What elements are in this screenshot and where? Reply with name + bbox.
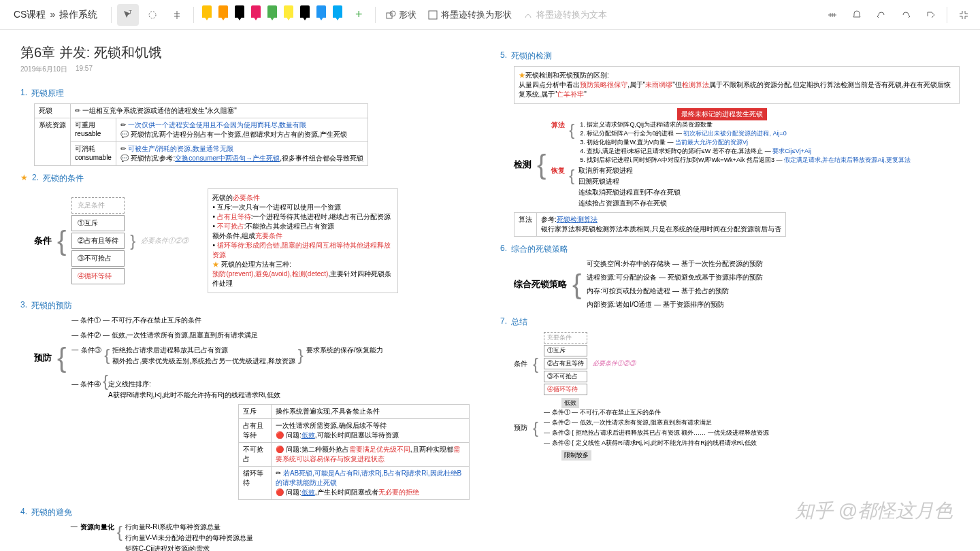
add-pen-button[interactable]: + (348, 4, 370, 26)
lasso-tool[interactable] (142, 4, 163, 26)
pen-yellow[interactable] (199, 0, 214, 20)
section-2-header: ★2.死锁的条件 (20, 173, 480, 184)
svg-point-1 (149, 12, 156, 18)
crumb-sep: » (50, 9, 55, 21)
section-1-header: 1.死锁原理 (20, 88, 480, 99)
principle-table: 死锁✏ 一组相互竞争系统资源或通信的进程发生"永久阻塞" 系统资源可重用reus… (34, 103, 368, 166)
toolbar: CS课程 » 操作系统 T + 形状 将墨迹转换为形状 将墨迹转换为文本 (0, 0, 980, 30)
pen-hl-yellow[interactable] (281, 0, 296, 20)
notification-icon[interactable] (846, 4, 868, 26)
page-time: 19:57 (76, 65, 93, 74)
crumb-b[interactable]: 操作系统 (59, 9, 97, 21)
pen-cyan[interactable] (330, 0, 345, 20)
pen-green[interactable] (265, 0, 280, 20)
share-button[interactable] (919, 4, 941, 26)
detect-algo-table: 算法参考:死锁检测算法银行家算法和死锁检测算法本质相同,只是在系统的使用时间在分… (514, 212, 786, 237)
fullscreen-exit-button[interactable] (953, 4, 975, 26)
cursor-text-tool[interactable]: T (117, 4, 139, 26)
page-content: 第6章 并发: 死锁和饥饿 2019年6月10日19:57 1.死锁原理 死锁✏… (0, 30, 980, 551)
svg-text:T: T (129, 10, 132, 15)
prevent-table: 互斥操作系统普遍实现,不具备禁止条件 占有且等待一次性请求所需资源,确保后续不等… (238, 404, 470, 500)
page-title: 第6章 并发: 死锁和饥饿 (20, 44, 480, 62)
ruler-tool[interactable] (821, 4, 843, 26)
breadcrumb: CS课程 » 操作系统 (5, 9, 105, 21)
pen-palette (199, 0, 345, 30)
shapes-button[interactable]: 形状 (381, 6, 421, 24)
ink-to-text-button[interactable]: 将墨迹转换为文本 (519, 6, 611, 24)
page-date: 2019年6月10日 (20, 65, 67, 74)
section-3-header: 3.死锁的预防 (20, 300, 480, 312)
svg-rect-4 (429, 11, 437, 19)
consumer-link[interactable]: 交换consumer中两语句→产生死锁 (175, 154, 280, 162)
svg-point-3 (390, 11, 395, 16)
pen-black[interactable] (232, 0, 247, 20)
detect-link[interactable]: 死锁检测算法 (557, 216, 598, 223)
pen-orange[interactable] (216, 0, 231, 20)
crumb-a[interactable]: CS课程 (14, 9, 46, 21)
undo-button[interactable] (870, 4, 892, 26)
section-4-header: 4.死锁的避免 (20, 507, 480, 518)
section-7-header: 7.总结 (500, 316, 960, 328)
pen-blue[interactable] (314, 0, 329, 20)
pen-pink[interactable] (248, 0, 263, 20)
redo-button[interactable] (895, 4, 917, 26)
pen-black2[interactable] (297, 0, 312, 20)
section-6-header: 6.综合的死锁策略 (500, 244, 960, 255)
section-5-header: 5.死锁的检测 (500, 50, 960, 62)
insert-space-tool[interactable] (166, 4, 188, 26)
ink-to-shape-button[interactable]: 将墨迹转换为形状 (423, 6, 516, 24)
